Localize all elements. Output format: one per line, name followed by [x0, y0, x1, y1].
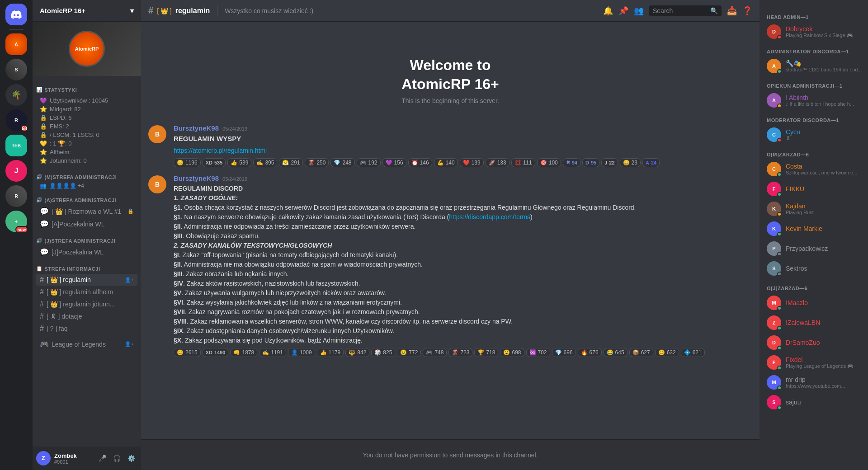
reaction[interactable]: 💪 140: [434, 158, 458, 167]
channel-poczekalnia-a[interactable]: 💬 [A]Poczekalnia WL: [36, 218, 137, 230]
member-przypadkowicz[interactable]: P Przypadkowicz: [763, 239, 864, 258]
status-dnd-icon: [777, 35, 782, 39]
members-icon[interactable]: 👥: [634, 6, 644, 16]
channel-rozmowa-wl[interactable]: 💬 [ 👑 ] Rozmowa o WL #1 🔒: [36, 205, 137, 217]
reaction[interactable]: 😊 632: [655, 348, 679, 357]
reaction[interactable]: 🎮 192: [357, 158, 381, 167]
reaction[interactable]: 💠 621: [681, 348, 705, 357]
mute-button[interactable]: 🎤: [96, 452, 108, 465]
cat-m-admin[interactable]: 🔊 (M)STREFA ADMINISTRACJI: [33, 167, 141, 182]
reaction[interactable]: 🚀 133: [486, 158, 509, 167]
reaction[interactable]: 🌋 723: [448, 348, 472, 357]
member-fikku[interactable]: F FIKKU: [763, 179, 864, 199]
server-icon-atomic[interactable]: A: [5, 33, 27, 55]
reaction[interactable]: 👍 539: [227, 158, 251, 167]
member-dobrycek[interactable]: D Dobrycek Playing Rainbow Six Siege 🎮: [763, 22, 864, 42]
member-mrdrip[interactable]: M mr drip https://www.youtube.com...: [763, 372, 864, 392]
help-icon[interactable]: ❓: [742, 6, 752, 16]
discord-tos-link[interactable]: https://discordapp.com/terms: [449, 213, 530, 221]
reaction[interactable]: 💜 156: [382, 158, 406, 167]
reaction[interactable]: 💢 111: [511, 158, 535, 167]
reaction[interactable]: ✖ 94: [563, 158, 580, 167]
reaction[interactable]: 🎮 748: [423, 348, 447, 357]
search-box[interactable]: 🔍: [649, 5, 722, 16]
member-cycu[interactable]: C Cycu 🎗: [763, 125, 864, 145]
server-header[interactable]: AtomicRP 16+ ▾: [33, 0, 141, 22]
server-icon-discord[interactable]: [5, 4, 27, 25]
reaction[interactable]: 😢 772: [397, 348, 421, 357]
search-input[interactable]: [653, 7, 708, 14]
member-drsamozuo[interactable]: D DrSamoZuo: [763, 333, 864, 352]
inbox-icon[interactable]: 📥: [727, 6, 737, 16]
member-sektros[interactable]: S Sektros: [763, 258, 864, 278]
server-icon-teb[interactable]: TEB: [5, 135, 27, 156]
author-1[interactable]: BursztyneK98: [174, 124, 219, 132]
msg1-link[interactable]: https://atomicrp.pl/regulamin.html: [174, 147, 267, 154]
reaction[interactable]: ♾️ 702: [526, 348, 550, 357]
channel-dotacje[interactable]: # [ 🎗 ] dotacje: [36, 310, 137, 322]
member-maazlo[interactable]: M !Maazlo: [763, 293, 864, 313]
reaction[interactable]: 👊 1878: [230, 348, 257, 357]
server-icon-new[interactable]: + NEW: [5, 211, 27, 232]
reaction[interactable]: A 24: [642, 158, 660, 167]
status-online-icon: [777, 69, 782, 74]
channel-lol[interactable]: 🎮 League of Legends 👤+: [36, 338, 137, 350]
reaction[interactable]: 👍 1179: [317, 348, 344, 357]
reaction[interactable]: 😄 23: [620, 158, 641, 167]
reaction[interactable]: ✍️ 395: [253, 158, 277, 167]
server-icon-palm[interactable]: 🌴: [5, 84, 27, 106]
member-costa[interactable]: C Costa Szlifuj wartości, one w twoim e.…: [763, 159, 864, 179]
member-admin1[interactable]: A 🔧🎭 stattrak™ 1131 bans 194 ub | od...: [763, 56, 864, 76]
star-icon-jotun: ⭐: [40, 157, 47, 164]
member-kevin[interactable]: K Kevin Markie: [763, 219, 864, 239]
channel-regulamin-alfheim[interactable]: # [ 👑 ] regulamin alfheim: [36, 286, 137, 298]
bell-icon[interactable]: 🔔: [603, 6, 613, 16]
reaction[interactable]: 🏆 718: [474, 348, 498, 357]
reaction[interactable]: 🌋 250: [305, 158, 329, 167]
reaction[interactable]: 😂 645: [604, 348, 627, 357]
server-icon-szczub[interactable]: S: [5, 59, 27, 80]
reaction[interactable]: J 22: [601, 158, 618, 167]
speaker-icon-a: 🔊: [36, 197, 43, 203]
channel-faq[interactable]: # [ ? ] faq: [36, 323, 137, 334]
member-name-mrdrip: mr drip: [786, 376, 845, 383]
reaction[interactable]: ✍️ 1191: [259, 348, 286, 357]
reaction[interactable]: 👤 1009: [288, 348, 315, 357]
member-name-kevin: Kevin Markie: [786, 225, 822, 232]
cat-j-admin[interactable]: 🔊 (J)STREFA ADMINISTRACJI: [33, 230, 141, 245]
reaction[interactable]: 💎 696: [552, 348, 576, 357]
reaction[interactable]: 💎 248: [330, 158, 354, 167]
reaction[interactable]: 📦 627: [629, 348, 653, 357]
reaction[interactable]: ❤️ 139: [460, 158, 484, 167]
reaction[interactable]: 😊 1196: [174, 158, 201, 167]
member-sajuu[interactable]: S sajuu: [763, 392, 864, 412]
member-abiinth[interactable]: A ! Abiinth ♪ If a life is bitch I hope …: [763, 90, 864, 110]
reaction[interactable]: D 95: [582, 158, 599, 167]
pin-icon[interactable]: 📌: [618, 6, 628, 16]
server-icon-red[interactable]: R 58: [5, 109, 27, 131]
cat-a-admin[interactable]: 🔊 (A)STREFA ADMINISTRACJI: [33, 190, 141, 205]
channel-regulamin-jotun[interactable]: # [ 👑 ] regulamin jótunn...: [36, 298, 137, 310]
channel-poczekalnia-j[interactable]: 💬 [J]Poczekalnia WL: [36, 246, 137, 258]
reaction[interactable]: XD 1490: [203, 348, 229, 357]
reaction[interactable]: 😊 2615: [174, 348, 201, 357]
reaction[interactable]: ⏰ 146: [408, 158, 432, 167]
deafen-button[interactable]: 🎧: [110, 452, 123, 465]
member-kajdan[interactable]: K Kajdan Playing Rust: [763, 199, 864, 219]
reaction[interactable]: XD 535: [203, 158, 226, 167]
member-name-fikku: FIKKU: [786, 185, 804, 193]
cat-info[interactable]: 📋 STREFA INFORMACJI: [33, 258, 141, 273]
author-2[interactable]: BursztyneK98: [174, 174, 219, 182]
settings-button[interactable]: ⚙️: [125, 452, 137, 465]
member-zalewa[interactable]: Z !ZalewaLBN: [763, 313, 864, 333]
reaction[interactable]: 😤 291: [279, 158, 303, 167]
reaction[interactable]: 🔥 676: [578, 348, 602, 357]
member-fixdel[interactable]: F Fixdel Playing League of Legends 🎮: [763, 352, 864, 372]
server-icon-j[interactable]: J: [5, 160, 27, 182]
channel-regulamin[interactable]: # [ 👑 ] regulamin 👤+: [36, 274, 137, 286]
reaction[interactable]: 🔱 842: [345, 348, 369, 357]
server-icon-reps[interactable]: R: [5, 185, 27, 207]
reaction[interactable]: 🎲 825: [371, 348, 395, 357]
reaction[interactable]: 😮 698: [500, 348, 524, 357]
reaction[interactable]: 🎯 100: [537, 158, 561, 167]
